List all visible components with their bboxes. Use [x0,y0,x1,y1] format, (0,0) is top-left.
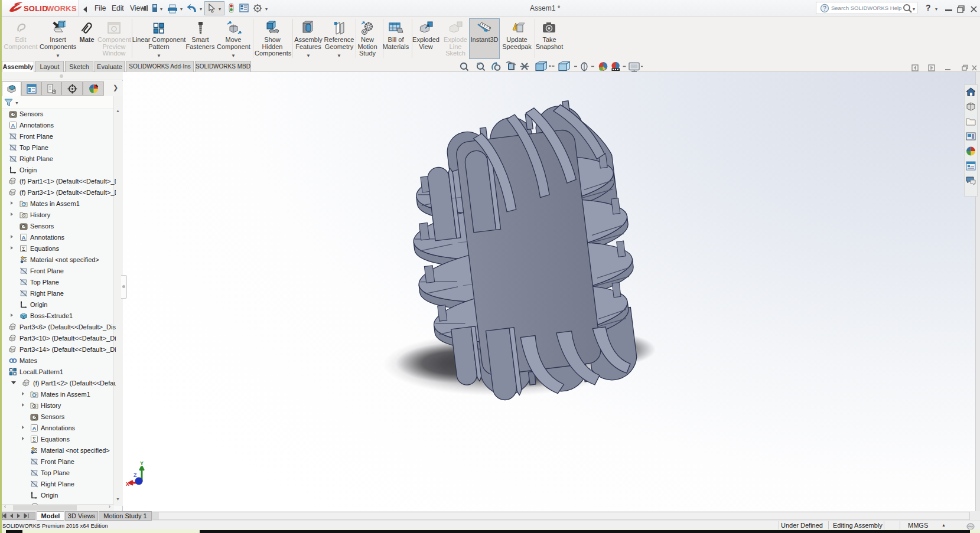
svg-text:Z: Z [134,472,137,478]
svg-text:X: X [126,481,129,487]
svg-text:!: ! [515,24,517,30]
svg-text:WORKS: WORKS [47,4,77,13]
svg-text:SOLID: SOLID [24,4,48,13]
svg-text:?: ? [823,5,826,12]
svg-text:Y: Y [140,460,144,466]
